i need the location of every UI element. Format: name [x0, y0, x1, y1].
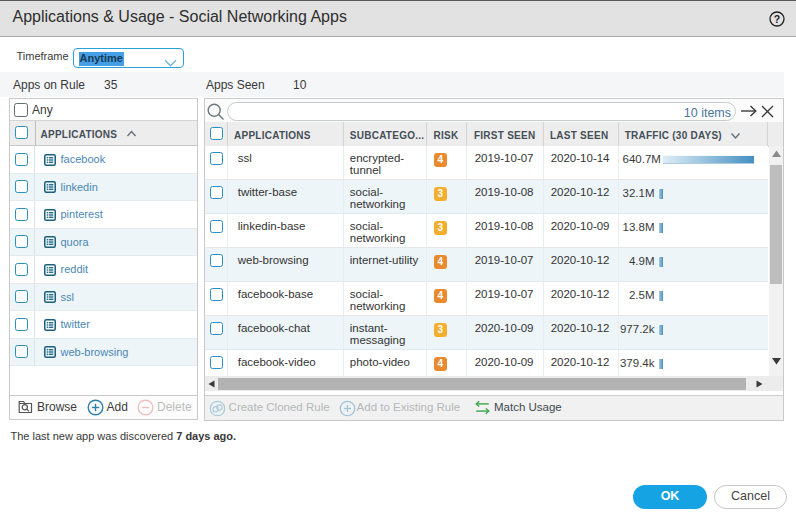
svg-text:?: ? [774, 13, 780, 25]
